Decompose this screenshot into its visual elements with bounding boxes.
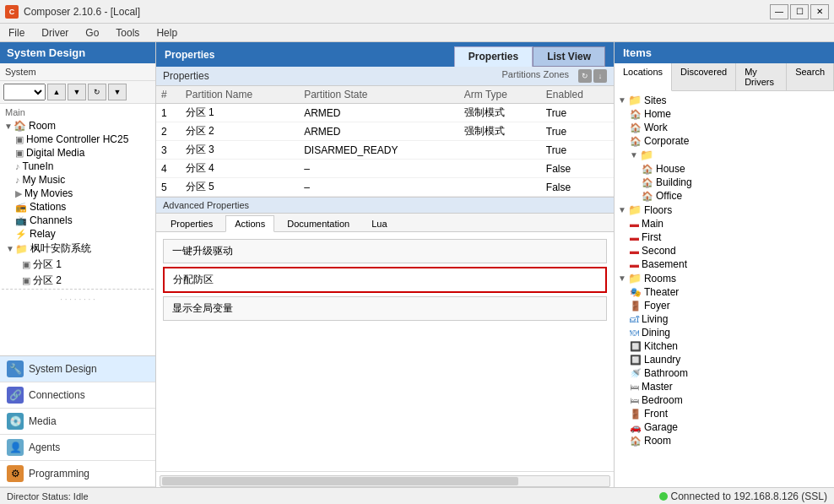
menu-help[interactable]: Help: [151, 25, 182, 41]
system-select[interactable]: [3, 84, 46, 100]
tree-item-zone1[interactable]: ▣ 分区 1: [2, 257, 154, 273]
first-label: First: [642, 231, 661, 243]
hbo-expander[interactable]: ▼: [630, 150, 638, 160]
refresh-zones-icon[interactable]: ↻: [578, 69, 592, 83]
action-assign[interactable]: 分配防区: [163, 267, 607, 293]
rtree-home[interactable]: 🏠 Home: [616, 107, 832, 121]
expander-maple[interactable]: ▼: [5, 244, 15, 253]
floors-expander[interactable]: ▼: [618, 205, 626, 214]
tree-item-maple[interactable]: ▼ 📁 枫叶安防系统: [2, 241, 154, 257]
rtree-living[interactable]: 🛋 Living: [616, 312, 832, 326]
rtree-folder-hbo[interactable]: ▼ 📁: [616, 148, 832, 162]
menu-go[interactable]: Go: [80, 25, 104, 41]
table-row[interactable]: 3 分区 3 DISARMED_READY True: [156, 141, 614, 160]
tree-item-tunein[interactable]: ♪ TuneIn: [2, 160, 154, 173]
table-row[interactable]: 1 分区 1 ARMED 强制模式 True: [156, 104, 614, 122]
rtree-bathroom[interactable]: 🚿 Bathroom: [616, 366, 832, 380]
adv-tab-actions[interactable]: Actions: [225, 215, 274, 232]
rtree-house[interactable]: 🏠 House: [616, 162, 832, 176]
menu-file[interactable]: File: [3, 25, 30, 41]
rooms-expander[interactable]: ▼: [618, 274, 626, 283]
adv-tab-documentation[interactable]: Documentation: [278, 215, 359, 231]
rtree-work[interactable]: 🏠 Work: [616, 121, 832, 134]
nav-programming[interactable]: ⚙ Programming: [0, 461, 155, 487]
rtree-basement[interactable]: ▬ Basement: [616, 257, 832, 271]
rtree-floors[interactable]: ▼ 📁 Floors: [616, 203, 832, 217]
rtree-main[interactable]: ▬ Main: [616, 217, 832, 230]
table-row[interactable]: 2 分区 2 ARMED 强制模式 True: [156, 122, 614, 141]
h-scrollbar[interactable]: [156, 471, 614, 487]
action-upgrade[interactable]: 一键升级驱动: [163, 239, 607, 263]
rtree-office[interactable]: 🏠 Office: [616, 189, 832, 203]
rtree-rooms[interactable]: ▼ 📁 Rooms: [616, 271, 832, 285]
tree-item-stations[interactable]: 📻 Stations: [2, 200, 154, 214]
rtree-theater[interactable]: 🎭 Theater: [616, 285, 832, 299]
rtree-sites[interactable]: ▼ 📁 Sites: [616, 93, 832, 107]
title-bar-controls[interactable]: — ☐ ✕: [770, 4, 829, 19]
floors-label: Floors: [644, 204, 672, 216]
nav-system-design[interactable]: 🔧 System Design: [0, 356, 155, 382]
nav-agents[interactable]: 👤 Agents: [0, 435, 155, 461]
action-showvars[interactable]: 显示全局变量: [163, 296, 607, 321]
cell-name: 分区 2: [181, 122, 299, 141]
tab-listview[interactable]: List View: [533, 46, 605, 67]
second-floor-icon: ▬: [630, 246, 639, 256]
tab-properties[interactable]: Properties: [454, 46, 533, 68]
dm-label: Digital Media: [26, 147, 84, 159]
adv-tab-lua[interactable]: Lua: [362, 215, 396, 231]
refresh-button[interactable]: ↻: [88, 84, 106, 100]
tree-item-mymovies[interactable]: ▶ My Movies: [2, 187, 154, 200]
tree-item-relay[interactable]: ⚡ Relay: [2, 227, 154, 241]
rtree-kitchen[interactable]: 🔲 Kitchen: [616, 339, 832, 353]
menu-tools[interactable]: Tools: [111, 25, 144, 41]
tree-item-zone2[interactable]: ▣ 分区 2: [2, 273, 154, 289]
bathroom-icon: 🚿: [630, 368, 642, 379]
tree-item-dm[interactable]: ▣ Digital Media: [2, 146, 154, 160]
download-zones-icon[interactable]: ↓: [593, 69, 607, 83]
rtree-master[interactable]: 🛏 Master: [616, 380, 832, 393]
connection-status-text: Connected to 192.168.8.126 (SSL): [671, 490, 827, 502]
rtree-laundry[interactable]: 🔲 Laundry: [616, 353, 832, 366]
theater-icon: 🎭: [630, 287, 642, 298]
maximize-button[interactable]: ☐: [790, 4, 809, 19]
scrollbar-thumb[interactable]: [162, 477, 518, 485]
rtree-first[interactable]: ▬ First: [616, 230, 832, 244]
cell-armtype: 强制模式: [459, 122, 541, 141]
scroll-down-button[interactable]: ▼: [68, 84, 86, 100]
room-node-icon: 🏠: [630, 436, 642, 447]
filter-button[interactable]: ▼: [108, 84, 127, 100]
sites-expander[interactable]: ▼: [618, 95, 626, 105]
tab-discovered[interactable]: Discovered: [672, 63, 736, 90]
close-button[interactable]: ✕: [810, 4, 829, 19]
cell-name: 分区 1: [181, 104, 299, 122]
tab-mydrivers[interactable]: My Drivers: [736, 63, 787, 90]
scroll-up-button[interactable]: ▲: [47, 84, 66, 100]
table-row[interactable]: 5 分区 5 – False: [156, 178, 614, 197]
rtree-room[interactable]: 🏠 Room: [616, 434, 832, 447]
nav-media[interactable]: 💿 Media: [0, 409, 155, 435]
rtree-garage[interactable]: 🚗 Garage: [616, 420, 832, 434]
tab-locations[interactable]: Locations: [615, 63, 672, 91]
rtree-second[interactable]: ▬ Second: [616, 244, 832, 257]
table-row[interactable]: 4 分区 4 – False: [156, 160, 614, 178]
rtree-dining[interactable]: 🍽 Dining: [616, 326, 832, 339]
rtree-front[interactable]: 🚪 Front: [616, 407, 832, 420]
adv-tab-properties[interactable]: Properties: [161, 215, 222, 231]
tree-item-channels[interactable]: 📺 Channels: [2, 214, 154, 227]
rtree-building[interactable]: 🏠 Building: [616, 176, 832, 189]
tree-item-mymusic[interactable]: ♪ My Music: [2, 173, 154, 187]
menu-driver[interactable]: Driver: [36, 25, 73, 41]
rtree-bedroom[interactable]: 🛏 Bedroom: [616, 393, 832, 407]
rtree-foyer[interactable]: 🚪 Foyer: [616, 299, 832, 312]
rtree-corporate[interactable]: 🏠 Corporate: [616, 134, 832, 148]
cell-name: 分区 3: [181, 141, 299, 160]
minimize-button[interactable]: —: [770, 4, 788, 19]
scrollbar-track[interactable]: [160, 475, 610, 487]
nav-connections[interactable]: 🔗 Connections: [0, 382, 155, 409]
tab-search[interactable]: Search: [787, 63, 834, 90]
tree-item-hc[interactable]: ▣ Home Controller HC25: [2, 133, 154, 146]
cell-armtype: [459, 178, 541, 197]
corp-label: Corporate: [644, 135, 689, 147]
tree-item-room[interactable]: ▼ 🏠 Room: [2, 119, 154, 133]
expander-room[interactable]: ▼: [3, 122, 14, 131]
